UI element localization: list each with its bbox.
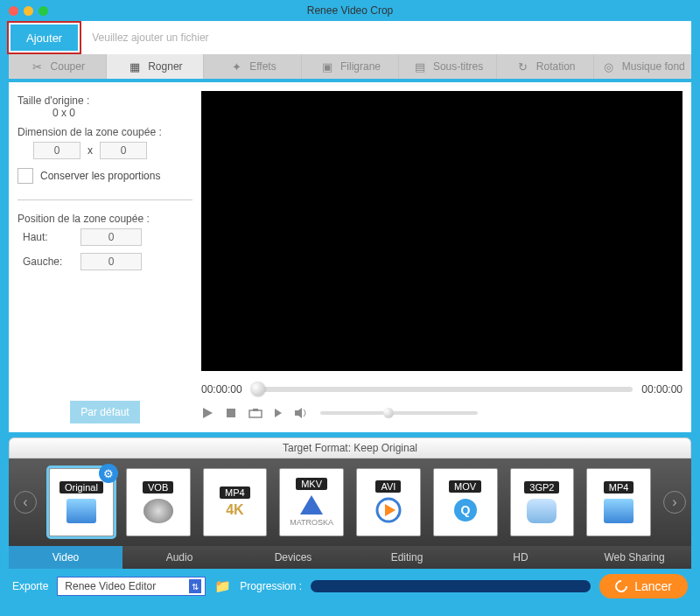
cat-tab-video[interactable]: Video [9, 546, 122, 569]
tab-rotation[interactable]: ↻Rotation [497, 54, 595, 79]
format-label: MOV [449, 480, 481, 493]
keep-ratio-checkbox[interactable] [18, 168, 33, 184]
volume-icon[interactable] [294, 407, 308, 419]
timeline: 00:00:00 00:00:00 [201, 376, 682, 402]
tab-label: Couper [51, 60, 85, 73]
target-format-label: Target Format: Keep Original [283, 442, 417, 454]
format-thumb-icon [66, 499, 96, 523]
subtitles-icon: ▤ [412, 59, 428, 74]
svg-marker-5 [295, 408, 302, 418]
refresh-icon [612, 578, 630, 595]
format-mp4-4k[interactable]: MP4 4K [203, 468, 268, 536]
export-select[interactable]: Renee Video Editor ⇅ [57, 577, 206, 596]
tab-filigrane[interactable]: ▣Filigrane [302, 54, 400, 79]
timeline-knob[interactable] [251, 382, 265, 396]
gear-icon[interactable]: ⚙ [99, 464, 118, 483]
keep-ratio-row: Conserver les proportions [18, 168, 192, 184]
crop-width-input[interactable]: 0 [33, 142, 80, 159]
crop-dim-label: Dimension de la zone coupée : [18, 126, 192, 138]
crop-height-input[interactable]: 0 [100, 142, 147, 159]
cat-tab-editing[interactable]: Editing [350, 546, 464, 569]
format-badge: MATROSKA [290, 518, 333, 527]
tab-label: Musique fond [622, 60, 685, 73]
timeline-track[interactable] [251, 387, 634, 392]
workspace: Taille d'origine : 0 x 0 Dimension de la… [9, 82, 691, 432]
stop-button[interactable] [226, 408, 236, 418]
tab-soustitres[interactable]: ▤Sous-titres [399, 54, 497, 79]
format-label: AVI [375, 480, 401, 493]
cat-tab-websharing[interactable]: Web Sharing [578, 546, 691, 569]
format-original[interactable]: ⚙ Original [49, 468, 114, 536]
preview-panel: 00:00:00 00:00:00 [201, 91, 682, 424]
format-mov[interactable]: MOV Q [433, 468, 498, 536]
cat-tab-devices[interactable]: Devices [236, 546, 350, 569]
player-controls [201, 402, 682, 424]
pos-top-input[interactable]: 0 [80, 228, 142, 246]
cat-tab-label: Editing [391, 551, 424, 564]
tab-label: Sous-titres [433, 60, 483, 73]
format-mp4[interactable]: MP4 [586, 468, 651, 536]
cat-tab-label: HD [513, 551, 528, 564]
app-title: Renee Video Crop [0, 4, 700, 17]
crop-icon: ▦ [127, 59, 143, 74]
svg-rect-3 [253, 409, 258, 411]
tab-label: Rogner [148, 60, 182, 73]
expand-button[interactable] [275, 409, 282, 417]
keep-ratio-label: Conserver les proportions [40, 170, 160, 182]
svg-marker-0 [203, 408, 213, 418]
format-vob[interactable]: VOB [126, 468, 191, 536]
svg-marker-8 [385, 504, 396, 516]
default-button[interactable]: Par défaut [70, 401, 140, 424]
cat-tab-label: Devices [275, 551, 312, 564]
export-value: Renee Video Editor [65, 580, 156, 592]
target-format-bar: Target Format: Keep Original [9, 438, 691, 458]
cut-icon: ✂ [30, 59, 46, 74]
formats-prev-button[interactable]: ‹ [14, 491, 37, 514]
tab-effets[interactable]: ✦Effets [204, 54, 302, 79]
tab-label: Filigrane [340, 60, 381, 73]
crop-dim-row: 0 x 0 [33, 142, 192, 159]
play-button[interactable] [201, 407, 214, 419]
tab-label: Effets [249, 60, 276, 73]
folder-icon[interactable]: 📁 [214, 578, 231, 594]
mkv-icon [298, 494, 325, 516]
snapshot-button[interactable] [248, 408, 262, 418]
launch-label: Lancer [634, 579, 672, 593]
avi-icon [374, 496, 402, 524]
tab-rogner[interactable]: ▦Rogner [107, 54, 205, 79]
crop-settings-panel: Taille d'origine : 0 x 0 Dimension de la… [18, 91, 192, 424]
cat-tab-hd[interactable]: HD [464, 546, 578, 569]
format-thumb-icon [527, 499, 556, 523]
pos-left-input[interactable]: 0 [80, 253, 142, 270]
format-avi[interactable]: AVI [356, 468, 421, 536]
titlebar: Renee Video Crop [0, 0, 700, 21]
watermark-icon: ▣ [319, 59, 335, 74]
add-button-highlight: Ajouter [7, 21, 81, 54]
tab-couper[interactable]: ✂Couper [9, 54, 107, 79]
svg-text:Q: Q [460, 503, 470, 517]
orig-size-value: 0 x 0 [52, 107, 192, 119]
crop-pos-label: Position de la zone coupée : [18, 213, 192, 225]
orig-size-label: Taille d'origine : [18, 94, 192, 107]
format-thumb-icon [604, 499, 634, 523]
music-icon: ◎ [601, 59, 617, 74]
cat-tab-audio[interactable]: Audio [122, 546, 236, 569]
select-arrows-icon: ⇅ [189, 579, 201, 593]
format-mkv[interactable]: MKV MATROSKA [279, 468, 344, 536]
formats-next-button[interactable]: › [663, 491, 686, 514]
tab-musique[interactable]: ◎Musique fond [594, 54, 691, 79]
rotate-icon: ↻ [515, 59, 531, 74]
progress-bar [311, 580, 591, 592]
add-file-placeholder: Veuillez ajouter un fichier [92, 32, 208, 44]
format-label: MP4 [604, 481, 634, 494]
svg-marker-6 [300, 495, 323, 514]
format-category-tabs: Video Audio Devices Editing HD Web Shari… [9, 546, 691, 569]
add-file-button[interactable]: Ajouter [10, 24, 78, 51]
format-3gp2[interactable]: 3GP2 [510, 468, 575, 536]
launch-button[interactable]: Lancer [599, 574, 688, 598]
volume-slider[interactable] [320, 411, 478, 415]
volume-knob[interactable] [383, 408, 394, 418]
format-thumb-icon [144, 499, 173, 523]
footer: Exporte Renee Video Editor ⇅ 📁 Progressi… [0, 569, 700, 604]
pos-top-row: Haut: 0 [23, 228, 192, 246]
